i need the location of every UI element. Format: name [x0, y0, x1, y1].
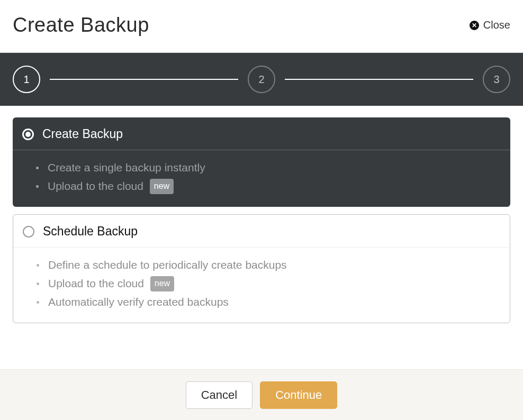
step-2[interactable]: 2	[248, 66, 275, 93]
option-create-backup[interactable]: Create Backup Create a single backup ins…	[13, 117, 510, 207]
radio-unselected-icon	[23, 226, 34, 238]
wizard-stepper: 1 2 3	[0, 53, 523, 106]
step-1[interactable]: 1	[13, 66, 40, 93]
option-body: Create a single backup instantly Upload …	[13, 150, 510, 207]
close-label: Close	[483, 19, 510, 31]
continue-button[interactable]: Continue	[260, 381, 337, 409]
step-connector	[50, 79, 238, 80]
feature-item: Upload to the cloud new	[36, 177, 500, 196]
new-badge: new	[150, 276, 174, 291]
feature-text: Create a single backup instantly	[48, 161, 205, 174]
feature-text: Define a schedule to periodically create…	[48, 259, 287, 271]
step-3[interactable]: 3	[483, 66, 510, 93]
backup-options: Create Backup Create a single backup ins…	[0, 106, 523, 323]
step-connector	[285, 79, 473, 80]
feature-text: Automatically verify created backups	[48, 296, 229, 308]
option-schedule-backup[interactable]: Schedule Backup Define a schedule to per…	[13, 214, 510, 323]
option-header: Create Backup	[13, 117, 510, 150]
option-title: Create Backup	[42, 127, 123, 141]
dialog-footer: Cancel Continue	[0, 369, 523, 420]
feature-text: Upload to the cloud	[48, 180, 143, 192]
option-body: Define a schedule to periodically create…	[13, 248, 510, 323]
feature-item: Define a schedule to periodically create…	[37, 256, 499, 275]
feature-item: Create a single backup instantly	[36, 159, 500, 177]
close-button[interactable]: ✕ Close	[470, 19, 510, 31]
feature-text: Upload to the cloud	[48, 277, 144, 289]
dialog-title: Create Backup	[13, 14, 149, 36]
feature-item: Upload to the cloud new	[37, 275, 499, 293]
feature-item: Automatically verify created backups	[37, 293, 499, 312]
cancel-button[interactable]: Cancel	[186, 381, 253, 409]
option-title: Schedule Backup	[43, 224, 138, 239]
radio-selected-icon	[22, 129, 34, 140]
close-icon: ✕	[470, 21, 479, 30]
option-header: Schedule Backup	[13, 215, 510, 248]
new-badge: new	[150, 179, 174, 194]
dialog-header: Create Backup ✕ Close	[0, 0, 523, 53]
